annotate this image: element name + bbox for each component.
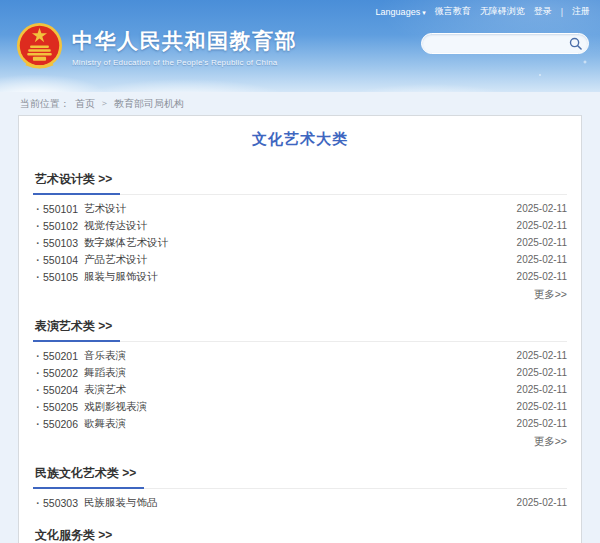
- major-category-section: 文化服务类 >> · 550402 文化产业经营与管理 2025-02-11 ·…: [33, 525, 567, 543]
- nav-divider: |: [561, 7, 563, 17]
- section-title-link[interactable]: 艺术设计类 >>: [33, 171, 120, 195]
- bullet-icon: ·: [33, 384, 43, 396]
- major-name-link[interactable]: 音乐表演: [84, 349, 517, 363]
- publish-date: 2025-02-11: [517, 401, 567, 412]
- publish-date: 2025-02-11: [517, 497, 567, 508]
- major-code-link[interactable]: 550102: [43, 220, 78, 232]
- site-header: Languages▾ 微言教育 无障碍浏览 登录 | 注册 中华: [0, 0, 600, 92]
- publish-date: 2025-02-11: [517, 418, 567, 429]
- section-title-link[interactable]: 民族文化艺术类 >>: [33, 465, 144, 489]
- major-code-link[interactable]: 550103: [43, 237, 78, 249]
- more-link[interactable]: 更多>>: [33, 435, 567, 449]
- page: Languages▾ 微言教育 无障碍浏览 登录 | 注册 中华: [0, 0, 600, 543]
- section-header: 文化服务类 >>: [33, 525, 567, 543]
- languages-menu[interactable]: Languages▾: [376, 7, 426, 17]
- major-name-link[interactable]: 表演艺术: [84, 383, 517, 397]
- publish-date: 2025-02-11: [517, 237, 567, 248]
- search-icon: [569, 37, 582, 50]
- major-name-link[interactable]: 舞蹈表演: [84, 366, 517, 380]
- breadcrumb-label: 当前位置：: [20, 92, 70, 115]
- bullet-icon: ·: [33, 367, 43, 379]
- major-name-link[interactable]: 艺术设计: [84, 202, 517, 216]
- major-name-link[interactable]: 产品艺术设计: [84, 253, 517, 267]
- publish-date: 2025-02-11: [517, 384, 567, 395]
- major-row: · 550102 视觉传达设计 2025-02-11: [33, 217, 567, 234]
- search-input[interactable]: [422, 34, 568, 53]
- content-card: 文化艺术大类 艺术设计类 >> · 550101 艺术设计 2025-02-11…: [18, 115, 582, 543]
- bullet-icon: ·: [33, 203, 43, 215]
- breadcrumb-current-link[interactable]: 教育部司局机构: [114, 92, 184, 115]
- major-code-link[interactable]: 550204: [43, 384, 78, 396]
- section-header: 表演艺术类 >>: [33, 316, 567, 342]
- login-link[interactable]: 登录: [534, 5, 552, 18]
- major-code-link[interactable]: 550101: [43, 203, 78, 215]
- major-row: · 550201 音乐表演 2025-02-11: [33, 347, 567, 364]
- breadcrumb-separator-icon: ＞: [100, 92, 109, 115]
- top-utility-nav: Languages▾ 微言教育 无障碍浏览 登录 | 注册: [376, 5, 590, 18]
- search-button[interactable]: [568, 34, 588, 53]
- bullet-icon: ·: [33, 401, 43, 413]
- site-title: 中华人民共和国教育部: [72, 27, 297, 55]
- category-sections: 艺术设计类 >> · 550101 艺术设计 2025-02-11 · 5501…: [33, 169, 567, 543]
- major-row: · 550103 数字媒体艺术设计 2025-02-11: [33, 234, 567, 251]
- major-row: · 550202 舞蹈表演 2025-02-11: [33, 364, 567, 381]
- major-list: · 550101 艺术设计 2025-02-11 · 550102 视觉传达设计…: [33, 200, 567, 285]
- major-name-link[interactable]: 服装与服饰设计: [84, 270, 517, 284]
- bullet-icon: ·: [33, 254, 43, 266]
- major-category-section: 表演艺术类 >> · 550201 音乐表演 2025-02-11 · 5502…: [33, 316, 567, 449]
- major-row: · 550303 民族服装与饰品 2025-02-11: [33, 494, 567, 511]
- major-name-link[interactable]: 视觉传达设计: [84, 219, 517, 233]
- brand-text: 中华人民共和国教育部 Ministry of Education of the …: [72, 27, 297, 67]
- breadcrumb-home-link[interactable]: 首页: [75, 92, 95, 115]
- major-row: · 550206 歌舞表演 2025-02-11: [33, 415, 567, 432]
- publish-date: 2025-02-11: [517, 203, 567, 214]
- publish-date: 2025-02-11: [517, 254, 567, 265]
- national-emblem-logo: [16, 22, 63, 72]
- major-list: · 550303 民族服装与饰品 2025-02-11: [33, 494, 567, 511]
- search-box: [421, 33, 589, 54]
- major-row: · 550104 产品艺术设计 2025-02-11: [33, 251, 567, 268]
- chevron-down-icon: ▾: [422, 9, 426, 16]
- bullet-icon: ·: [33, 220, 43, 232]
- bullet-icon: ·: [33, 497, 43, 509]
- major-name-link[interactable]: 戏剧影视表演: [84, 400, 517, 414]
- major-row: · 550105 服装与服饰设计 2025-02-11: [33, 268, 567, 285]
- major-code-link[interactable]: 550201: [43, 350, 78, 362]
- major-category-section: 民族文化艺术类 >> · 550303 民族服装与饰品 2025-02-11 更…: [33, 463, 567, 511]
- weiyan-jiaoyu-link[interactable]: 微言教育: [435, 5, 471, 18]
- publish-date: 2025-02-11: [517, 271, 567, 282]
- section-title-link[interactable]: 表演艺术类 >>: [33, 318, 120, 342]
- major-code-link[interactable]: 550206: [43, 418, 78, 430]
- section-header: 民族文化艺术类 >>: [33, 463, 567, 489]
- major-row: · 550204 表演艺术 2025-02-11: [33, 381, 567, 398]
- section-title-link[interactable]: 文化服务类 >>: [33, 527, 120, 543]
- register-link[interactable]: 注册: [572, 5, 590, 18]
- major-name-link[interactable]: 歌舞表演: [84, 417, 517, 431]
- brand: 中华人民共和国教育部 Ministry of Education of the …: [16, 22, 297, 72]
- major-list: · 550201 音乐表演 2025-02-11 · 550202 舞蹈表演 2…: [33, 347, 567, 432]
- bullet-icon: ·: [33, 350, 43, 362]
- major-row: · 550101 艺术设计 2025-02-11: [33, 200, 567, 217]
- site-subtitle: Ministry of Education of the People's Re…: [72, 58, 297, 67]
- major-code-link[interactable]: 550205: [43, 401, 78, 413]
- breadcrumb: 当前位置： 首页 ＞ 教育部司局机构: [0, 92, 600, 115]
- publish-date: 2025-02-11: [517, 350, 567, 361]
- major-code-link[interactable]: 550104: [43, 254, 78, 266]
- more-link[interactable]: 更多>>: [33, 288, 567, 302]
- major-name-link[interactable]: 民族服装与饰品: [84, 496, 517, 510]
- publish-date: 2025-02-11: [517, 220, 567, 231]
- major-code-link[interactable]: 550105: [43, 271, 78, 283]
- major-category-section: 艺术设计类 >> · 550101 艺术设计 2025-02-11 · 5501…: [33, 169, 567, 302]
- accessibility-link[interactable]: 无障碍浏览: [480, 5, 525, 18]
- page-title: 文化艺术大类: [33, 116, 567, 155]
- bullet-icon: ·: [33, 237, 43, 249]
- publish-date: 2025-02-11: [517, 367, 567, 378]
- major-name-link[interactable]: 数字媒体艺术设计: [84, 236, 517, 250]
- major-row: · 550205 戏剧影视表演 2025-02-11: [33, 398, 567, 415]
- major-code-link[interactable]: 550202: [43, 367, 78, 379]
- bullet-icon: ·: [33, 271, 43, 283]
- section-header: 艺术设计类 >>: [33, 169, 567, 195]
- major-code-link[interactable]: 550303: [43, 497, 78, 509]
- bullet-icon: ·: [33, 418, 43, 430]
